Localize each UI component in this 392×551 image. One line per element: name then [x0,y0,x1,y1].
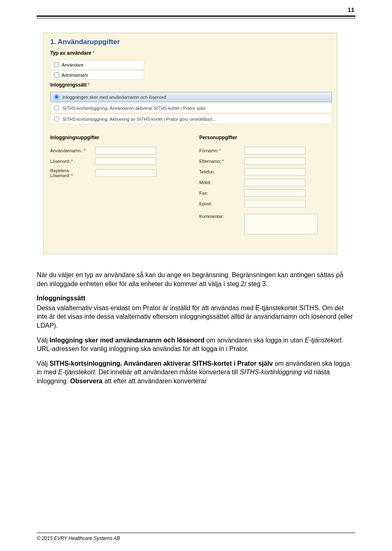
required-marker: * [93,50,95,56]
checkbox-admin-input[interactable] [54,72,59,78]
section-user-type-title: Typ av användare* [50,50,332,56]
top-rule-light [37,18,355,18]
checkbox-admin-label: Administratör [62,73,88,78]
lastname-label: Efternamn:* [199,159,244,164]
checkbox-user[interactable]: Användare [50,60,144,69]
person-details-title: Personuppgifter [199,135,332,140]
mobile-label: Mobil: [199,180,244,185]
body-text: När du väljer en typ av användare så kan… [37,271,355,386]
radio-option-siths-self-label: SITHS-kortsinloggning. Användaren aktive… [62,106,207,111]
phone-label: Telefon: [199,169,244,174]
page-number: 11 [347,6,354,13]
email-input[interactable] [244,200,305,207]
checkbox-user-label: Användare [62,62,83,67]
username-row: Användarnamn :* [50,147,183,154]
radio-option-username-label: Inloggningen sker med användarnamn och l… [62,95,166,100]
username-input[interactable] [95,147,156,154]
radio-option-username-input[interactable] [54,94,59,100]
phone-row: Telefon: [199,168,332,176]
section-user-type-label: Typ av användare [50,50,91,56]
radio-option-siths-self-input[interactable] [54,105,59,111]
repeat-password-row: Repetera Lösenord:* [50,168,183,178]
fax-input[interactable] [244,189,305,197]
username-label: Användarnamn :* [50,148,95,153]
comment-input[interactable] [244,214,318,234]
password-label: Lösenord:* [50,159,95,164]
section-login-method-title: Inloggningssätt* [50,82,332,88]
firstname-label: Förnamn:* [199,148,244,153]
login-details-column: Inloggningsuppgifter Användarnamn :* Lös… [50,135,183,238]
radio-option-siths-immediate-label: SITHS-kortsinloggning. Aktivering av SIT… [62,117,216,122]
phone-input[interactable] [244,168,305,176]
top-rule-heavy [37,16,355,17]
email-row: Epost: [199,200,332,207]
comment-row: Kommentar: [199,214,332,234]
footer: © 2015 EVRY Healthcare Systems AB [37,533,355,541]
body-p3: Välj Inloggning sker med användarnanm oc… [37,336,355,353]
lastname-input[interactable] [244,158,305,165]
body-p4: Välj SITHS-kortsinloggning. Användaren a… [37,359,355,386]
body-h-login: Inloggningssätt [37,294,355,303]
form-panel: 1. Användaruppgifter Typ av användare* A… [43,33,337,254]
required-marker: * [88,82,90,88]
repeat-password-input[interactable] [95,169,156,177]
form-heading: 1. Användaruppgifter [50,38,332,46]
body-p2: Dessa valalternativ visas endast om Prat… [37,304,355,330]
radio-option-siths-self[interactable]: SITHS-kortsinloggning. Användaren aktive… [50,103,332,113]
radio-option-username[interactable]: Inloggningen sker med användarnamn och l… [50,92,332,102]
password-row: Lösenord:* [50,158,183,165]
firstname-input[interactable] [244,147,305,154]
radio-option-siths-immediate-input[interactable] [54,116,59,122]
checkbox-admin[interactable]: Administratör [50,70,144,80]
radio-option-siths-immediate[interactable]: SITHS-kortsinloggning. Aktivering av SIT… [50,114,332,124]
checkbox-user-input[interactable] [54,62,59,67]
section-login-method-label: Inloggningssätt [50,82,87,88]
fax-row: Fax: [199,189,332,197]
lastname-row: Efternamn:* [199,158,332,165]
person-details-column: Personuppgifter Förnamn:* Efternamn:* Te… [199,135,332,238]
footer-copyright: © 2015 EVRY Healthcare Systems AB [37,535,120,541]
email-label: Epost: [199,201,244,206]
firstname-row: Förnamn:* [199,147,332,154]
body-p1: När du väljer en typ av användare så kan… [37,271,355,288]
fax-label: Fax: [199,191,244,196]
comment-label: Kommentar: [199,214,244,219]
mobile-input[interactable] [244,179,305,186]
password-input[interactable] [95,158,156,165]
repeat-password-label: Repetera Lösenord:* [50,168,95,178]
details-columns: Inloggningsuppgifter Användarnamn :* Lös… [50,135,332,238]
login-details-title: Inloggningsuppgifter [50,135,183,140]
radio-list: Inloggningen sker med användarnamn och l… [50,92,332,124]
mobile-row: Mobil: [199,179,332,186]
